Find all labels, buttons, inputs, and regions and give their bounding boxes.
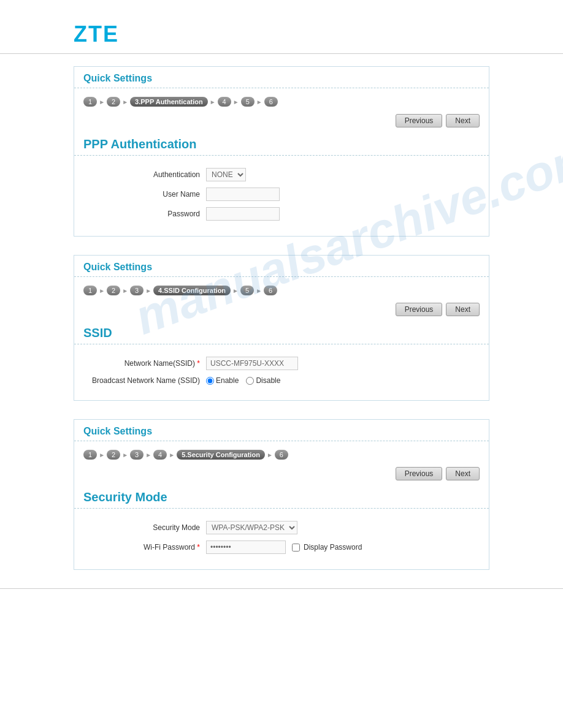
wifi-password-input[interactable]: [206, 540, 286, 554]
password-row: Password: [83, 207, 480, 221]
security-mode-row: Security Mode WPA-PSK/WPA2-PSK: [83, 521, 480, 534]
display-password-checkbox[interactable]: [292, 544, 300, 552]
step3-6-bubble: 6: [275, 450, 288, 460]
enable-label: Enable: [216, 376, 239, 385]
step1-1-bubble: 1: [83, 97, 97, 107]
arrow3-4: ►: [169, 452, 175, 458]
section3-subsection-title: Security Mode: [74, 485, 489, 509]
arrow2-2: ►: [122, 287, 128, 294]
step2-5: 5: [240, 286, 254, 295]
disable-label: Disable: [256, 376, 280, 385]
step3-1-bubble: 1: [83, 450, 97, 460]
authentication-label: Authentication: [83, 170, 206, 179]
password-input[interactable]: [206, 207, 280, 221]
step1-5-bubble: 5: [241, 97, 255, 107]
section2-form: Network Name(SSID) * Broadcast Network N…: [74, 351, 489, 400]
step1-6: 6: [264, 97, 278, 107]
section2-subsection-title: SSID: [74, 321, 489, 344]
footer-line: [0, 588, 563, 589]
arrow5: ►: [256, 99, 262, 105]
section2-button-row: Previous Next: [74, 299, 489, 321]
arrow3-3: ►: [145, 452, 151, 458]
section2-next-button[interactable]: Next: [446, 303, 480, 316]
arrow2-5: ►: [256, 287, 262, 294]
broadcast-row: Broadcast Network Name (SSID) Enable Dis…: [83, 376, 480, 385]
section3-button-row: Previous Next: [74, 463, 489, 485]
section2-block: Quick Settings 1 ► 2 ► 3 ► 4.SSID Config…: [74, 255, 489, 401]
section2-previous-button[interactable]: Previous: [396, 303, 443, 316]
username-input[interactable]: [206, 188, 280, 201]
display-password-row: Display Password: [292, 543, 362, 552]
authentication-select[interactable]: NONE: [206, 168, 246, 181]
arrow2-4: ►: [232, 287, 239, 294]
arrow2-3: ►: [145, 287, 151, 294]
security-mode-select[interactable]: WPA-PSK/WPA2-PSK: [206, 521, 297, 534]
step3-1: 1: [83, 450, 97, 460]
step3-3: 3: [130, 450, 144, 460]
step2-1-bubble: 1: [83, 286, 97, 295]
section1-subsection-title: PPP Authentication: [74, 132, 489, 156]
display-password-label: Display Password: [304, 543, 362, 552]
step1-3-bubble: 3.PPP Authentication: [130, 97, 208, 107]
step3-4-bubble: 4: [153, 450, 167, 460]
section2-title: Quick Settings: [74, 256, 489, 277]
network-name-input[interactable]: [206, 357, 298, 370]
arrow3-5: ►: [267, 452, 273, 458]
step1-2: 2: [107, 97, 120, 107]
required-star: *: [197, 359, 200, 368]
section3-next-button[interactable]: Next: [446, 467, 480, 480]
step3-5-bubble: 5.Security Configuration: [177, 450, 265, 460]
step1-1: 1: [83, 97, 97, 107]
username-row: User Name: [83, 188, 480, 201]
step3-2-bubble: 2: [107, 450, 120, 460]
broadcast-label: Broadcast Network Name (SSID): [83, 376, 206, 385]
arrow3-1: ►: [99, 452, 105, 458]
disable-radio-label[interactable]: Disable: [246, 376, 280, 385]
step3-5: 5.Security Configuration: [177, 450, 265, 460]
authentication-row: Authentication NONE: [83, 168, 480, 181]
security-mode-label: Security Mode: [83, 523, 206, 532]
arrow2-1: ►: [99, 287, 105, 294]
arrow3: ►: [210, 99, 216, 105]
step1-2-bubble: 2: [107, 97, 120, 107]
step1-3: 3.PPP Authentication: [130, 97, 208, 107]
step2-5-bubble: 5: [240, 286, 254, 295]
section3-title: Quick Settings: [74, 420, 489, 441]
step2-2-bubble: 2: [107, 286, 120, 295]
enable-radio-label[interactable]: Enable: [206, 376, 239, 385]
step1-6-bubble: 6: [264, 97, 278, 107]
section3-form: Security Mode WPA-PSK/WPA2-PSK Wi-Fi Pas…: [74, 515, 489, 569]
step3-2: 2: [107, 450, 120, 460]
step3-6: 6: [275, 450, 288, 460]
section3-previous-button[interactable]: Previous: [396, 467, 443, 480]
username-label: User Name: [83, 190, 206, 199]
wifi-required-star: *: [197, 543, 200, 552]
password-label: Password: [83, 210, 206, 218]
section1-title: Quick Settings: [74, 67, 489, 88]
section1-steps: 1 ► 2 ► 3.PPP Authentication ► 4 ► 5 ► 6: [74, 93, 489, 110]
section1-form: Authentication NONE User Name Password: [74, 162, 489, 236]
step2-2: 2: [107, 286, 120, 295]
arrow4: ►: [233, 99, 239, 105]
arrow1: ►: [99, 99, 105, 105]
step2-6-bubble: 6: [264, 286, 277, 295]
broadcast-radio-group: Enable Disable: [206, 376, 280, 385]
section1-next-button[interactable]: Next: [446, 114, 480, 127]
step2-3-bubble: 3: [130, 286, 144, 295]
section2-steps: 1 ► 2 ► 3 ► 4.SSID Configuration ► 5 ► 6: [74, 282, 489, 299]
disable-radio[interactable]: [246, 377, 254, 385]
step1-4: 4: [218, 97, 231, 107]
section1-previous-button[interactable]: Previous: [396, 114, 443, 127]
step1-5: 5: [241, 97, 255, 107]
step2-4: 4.SSID Configuration: [153, 286, 231, 295]
enable-radio[interactable]: [206, 377, 214, 385]
arrow3-2: ►: [122, 452, 128, 458]
section1-block: Quick Settings 1 ► 2 ► 3.PPP Authenticat…: [74, 66, 489, 237]
section3-block: Quick Settings 1 ► 2 ► 3 ► 4 ► 5.Securit…: [74, 419, 489, 570]
header: ZTE: [0, 12, 563, 54]
section1-button-row: Previous Next: [74, 110, 489, 132]
step1-4-bubble: 4: [218, 97, 231, 107]
step3-4: 4: [153, 450, 167, 460]
step3-3-bubble: 3: [130, 450, 144, 460]
step2-1: 1: [83, 286, 97, 295]
